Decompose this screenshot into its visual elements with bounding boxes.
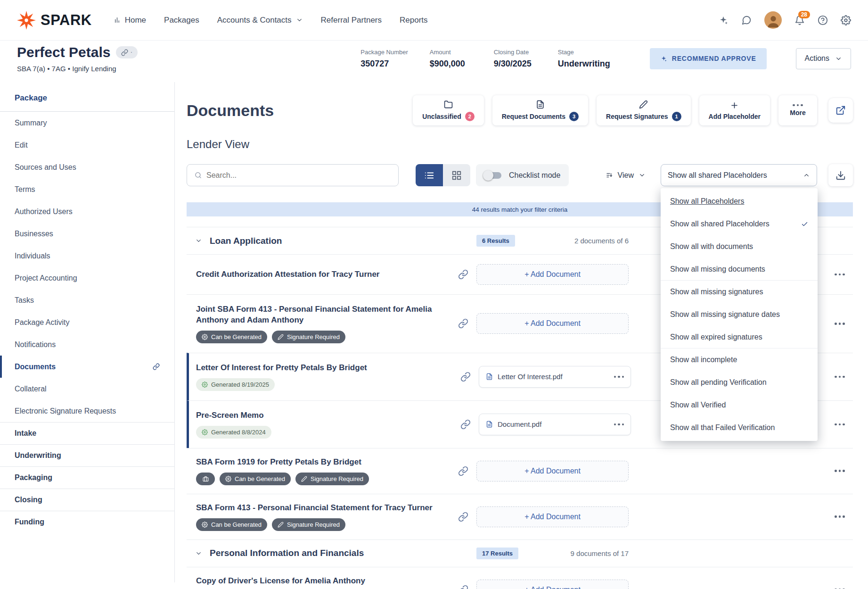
results-count-badge: 17 Results — [476, 548, 518, 559]
sidebar-item-authorized-users[interactable]: Authorized Users — [0, 200, 174, 223]
add-document-button[interactable]: + Add Document — [476, 506, 629, 527]
add-document-button[interactable]: + Add Document — [476, 264, 629, 285]
sidebar-item-individuals[interactable]: Individuals — [0, 245, 174, 267]
spark-logo[interactable]: SPARK — [17, 11, 92, 30]
pen-icon — [278, 522, 284, 528]
export-icon — [835, 105, 846, 116]
share-link-icon[interactable] — [458, 585, 468, 589]
nav-item-packages[interactable]: Packages — [164, 16, 199, 25]
more-button[interactable]: More — [778, 95, 817, 125]
menu-item-show-all-missing-documents[interactable]: Show all missing documents — [661, 258, 818, 281]
view-dropdown-button[interactable]: View — [606, 171, 646, 180]
stat-package-number: Package Number 350727 — [360, 49, 408, 69]
share-link-icon[interactable] — [460, 372, 471, 382]
menu-item-show-all-failed-verification[interactable]: Show all that Failed Verification — [661, 416, 818, 439]
unclassified-button[interactable]: Unclassified 2 — [413, 95, 483, 125]
request-signatures-button[interactable]: Request Signatures 1 — [597, 95, 690, 125]
row-menu-button[interactable] — [835, 423, 845, 426]
sidebar-item-edit[interactable]: Edit — [0, 134, 174, 156]
stat-value: 350727 — [360, 59, 408, 69]
gear-icon — [202, 382, 208, 388]
ai-sparkle-icon[interactable] — [718, 15, 729, 25]
collapse-section-icon[interactable] — [195, 550, 202, 557]
file-menu-button[interactable] — [614, 376, 624, 378]
share-link-icon[interactable] — [458, 466, 468, 476]
sidebar-item-underwriting[interactable]: Underwriting — [0, 444, 174, 466]
menu-item-show-all-verified[interactable]: Show all Verified — [661, 394, 818, 416]
notifications-bell-icon[interactable]: 28 — [794, 15, 805, 25]
search-input[interactable] — [206, 171, 391, 180]
document-row: Copy of Driver's License for Amelia Anth… — [187, 567, 853, 589]
sidebar-item-notifications[interactable]: Notifications — [0, 333, 174, 356]
row-menu-button[interactable] — [835, 470, 845, 472]
collapse-section-icon[interactable] — [195, 237, 202, 244]
sidebar-item-terms[interactable]: Terms — [0, 178, 174, 200]
sidebar-item-documents[interactable]: Documents — [0, 356, 174, 378]
search-icon — [195, 172, 202, 179]
row-menu-button[interactable] — [835, 274, 845, 276]
row-menu-button[interactable] — [835, 323, 845, 325]
menu-item-show-all-with-documents[interactable]: Show all with documents — [661, 235, 818, 258]
menu-item-show-all-missing-signatures[interactable]: Show all missing signatures — [661, 281, 818, 303]
page-title: Perfect Petals — [17, 44, 110, 60]
sidebar-item-project-accounting[interactable]: Project Accounting — [0, 267, 174, 289]
brand-name: SPARK — [41, 12, 92, 29]
grid-view-button[interactable] — [443, 164, 470, 186]
sidebar-item-intake[interactable]: Intake — [0, 422, 174, 444]
menu-item-show-all-pending-verification[interactable]: Show all pending Verification — [661, 371, 818, 394]
nav-item-home[interactable]: Home — [114, 16, 146, 25]
chat-icon[interactable] — [741, 15, 752, 25]
menu-item-show-all-shared-placeholders[interactable]: Show all shared Placeholders — [661, 213, 818, 235]
toggle-switch[interactable] — [484, 172, 501, 179]
actions-button[interactable]: Actions — [796, 48, 851, 69]
menu-item-show-all-placeholders[interactable]: Show all Placeholders — [661, 190, 818, 213]
nav-item-referral-partners[interactable]: Referral Partners — [321, 16, 382, 25]
nav-item-accounts-contacts[interactable]: Accounts & Contacts — [217, 16, 303, 25]
chevron-up-icon — [803, 172, 810, 179]
sidebar-item-sources-and-uses[interactable]: Sources and Uses — [0, 156, 174, 178]
share-link-icon[interactable] — [458, 318, 468, 329]
sidebar-item-packaging[interactable]: Packaging — [0, 466, 174, 489]
file-chip[interactable]: Document.pdf — [479, 414, 631, 435]
file-icon — [486, 373, 493, 380]
document-title: Pre-Screen Memo — [189, 410, 452, 421]
add-placeholder-button[interactable]: Add Placeholder — [699, 95, 770, 125]
menu-item-show-all-expired-signatures[interactable]: Show all expired signatures — [661, 326, 818, 348]
row-menu-button[interactable] — [835, 376, 845, 378]
view-mode-toggle — [416, 164, 470, 186]
export-button[interactable] — [828, 98, 853, 123]
package-link-pill[interactable]: · — [116, 46, 138, 58]
sidebar-item-collateral[interactable]: Collateral — [0, 378, 174, 400]
menu-item-show-all-incomplete[interactable]: Show all incomplete — [661, 348, 818, 371]
help-icon[interactable] — [818, 15, 828, 25]
share-link-icon[interactable] — [460, 419, 471, 430]
sidebar-item-businesses[interactable]: Businesses — [0, 223, 174, 245]
request-documents-button[interactable]: Request Documents 3 — [492, 95, 588, 125]
recommend-approve-label: RECOMMEND APPROVE — [672, 55, 756, 62]
sidebar-item-summary[interactable]: Summary — [0, 112, 174, 134]
download-button[interactable] — [828, 164, 853, 186]
avatar[interactable] — [764, 11, 782, 29]
list-view-button[interactable] — [416, 164, 443, 186]
sidebar-item-closing[interactable]: Closing — [0, 489, 174, 511]
add-document-button[interactable]: + Add Document — [476, 461, 629, 481]
recommend-approve-button[interactable]: RECOMMEND APPROVE — [650, 48, 767, 69]
add-document-button[interactable]: + Add Document — [476, 313, 629, 334]
share-link-icon[interactable] — [458, 512, 468, 522]
share-link-icon[interactable] — [458, 269, 468, 280]
add-document-button[interactable]: + Add Document — [476, 580, 629, 589]
sidebar-item-electronic-signature-requests[interactable]: Electronic Signature Requests — [0, 400, 174, 422]
row-menu-button[interactable] — [835, 515, 845, 518]
menu-item-show-all-missing-signature-dates[interactable]: Show all missing signature dates — [661, 303, 818, 326]
file-chip[interactable]: Letter Of Interest.pdf — [479, 366, 631, 388]
checklist-mode-toggle[interactable]: Checklist mode — [476, 164, 569, 186]
file-menu-button[interactable] — [614, 423, 624, 426]
settings-gear-icon[interactable] — [841, 15, 851, 25]
sidebar-item-package-activity[interactable]: Package Activity — [0, 311, 174, 333]
link-pill-dot: · — [130, 48, 132, 57]
placeholder-filter-select[interactable]: Show all shared Placeholders — [661, 164, 817, 186]
nav-item-reports[interactable]: Reports — [400, 16, 428, 25]
sidebar-item-funding[interactable]: Funding — [0, 511, 174, 533]
nav-accounts-label: Accounts & Contacts — [217, 16, 292, 25]
sidebar-item-tasks[interactable]: Tasks — [0, 289, 174, 311]
